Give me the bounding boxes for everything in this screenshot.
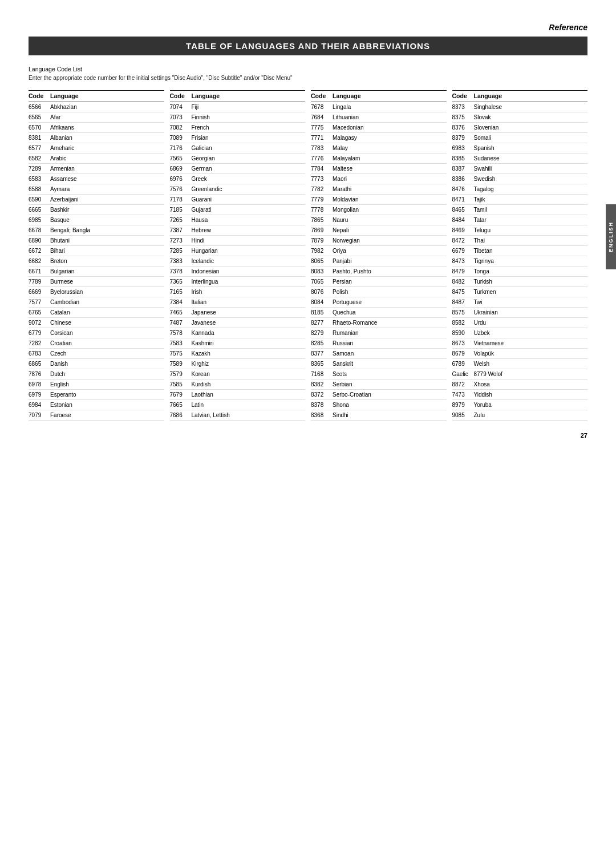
- lang-column-0: CodeLanguage6566Abkhazian6565Afar6570Afr…: [29, 90, 164, 421]
- table-row: Gaelic8779 Wolof: [452, 369, 588, 379]
- lang-cell: Hebrew: [192, 227, 306, 235]
- code-cell: 8377: [311, 350, 333, 358]
- table-row: 7487Javanese: [170, 318, 306, 328]
- code-cell: 6984: [29, 401, 50, 409]
- lang-cell: Marathi: [333, 185, 447, 193]
- table-row: 8378Shona: [311, 400, 447, 410]
- lang-cell: Serbian: [333, 381, 447, 389]
- table-row: 7565Georgian: [170, 154, 306, 164]
- table-row: 7082French: [170, 123, 306, 133]
- lang-cell: Chinese: [50, 319, 164, 327]
- table-row: 8475Turkmen: [452, 287, 588, 297]
- table-row: 7982Oriya: [311, 246, 447, 256]
- lang-cell: Bashkir: [50, 206, 164, 214]
- code-cell: 7473: [452, 391, 474, 399]
- lang-cell: Pashto, Pushto: [333, 268, 447, 276]
- lang-cell: Bulgarian: [50, 268, 164, 276]
- lang-cell: Somali: [474, 134, 588, 142]
- table-row: 6582Arabic: [29, 154, 164, 164]
- table-row: 7579Korean: [170, 369, 306, 379]
- table-row: 6978English: [29, 379, 164, 390]
- code-cell: 6983: [452, 144, 474, 152]
- lang-cell: Latin: [192, 401, 306, 409]
- lang-cell: Malay: [333, 144, 447, 152]
- code-cell: 8376: [452, 124, 474, 132]
- code-cell: 7185: [170, 206, 192, 214]
- lang-cell: Greek: [192, 175, 306, 183]
- code-cell: 7575: [170, 350, 192, 358]
- lang-column-2: CodeLanguage7678Lingala7684Lithuanian777…: [311, 90, 447, 421]
- lang-cell: Nauru: [333, 216, 447, 224]
- table-row: 8979Yoruba: [452, 400, 588, 410]
- table-row: 6583Assamese: [29, 174, 164, 184]
- table-row: 6984Estonian: [29, 400, 164, 410]
- table-row: 7065Persian: [311, 277, 447, 287]
- lang-cell: Catalan: [50, 309, 164, 317]
- table-row: 6869German: [170, 164, 306, 174]
- code-cell: 8471: [452, 196, 474, 204]
- code-cell: 6985: [29, 216, 50, 224]
- table-row: 7771Malagasy: [311, 133, 447, 143]
- table-row: 8590Uzbek: [452, 328, 588, 338]
- code-cell: 8482: [452, 278, 474, 286]
- code-cell: 8378: [311, 401, 333, 409]
- lang-cell: Galician: [192, 144, 306, 152]
- table-row: 7165Irish: [170, 287, 306, 297]
- code-cell: 7168: [311, 370, 333, 378]
- lang-cell: Vietnamese: [474, 340, 588, 348]
- lang-cell: Azerbaijani: [50, 196, 164, 204]
- lang-cell: Swedish: [474, 175, 588, 183]
- code-cell: 7783: [311, 144, 333, 152]
- code-cell: 8387: [452, 165, 474, 173]
- table-row: 6789Welsh: [452, 359, 588, 369]
- code-cell: 7771: [311, 134, 333, 142]
- code-cell: 7778: [311, 206, 333, 214]
- table-row: 8872Xhosa: [452, 379, 588, 390]
- code-cell: 6869: [170, 165, 192, 173]
- lang-cell: Danish: [50, 360, 164, 368]
- lang-cell: Mongolian: [333, 206, 447, 214]
- code-cell: 8472: [452, 237, 474, 245]
- language-table: CodeLanguage6566Abkhazian6565Afar6570Afr…: [29, 90, 587, 421]
- lang-cell: Rhaeto-Romance: [333, 319, 447, 327]
- code-cell: 8476: [452, 185, 474, 193]
- code-cell: 7684: [311, 114, 333, 122]
- table-row: 6577Ameharic: [29, 143, 164, 154]
- code-cell: 8679: [452, 350, 474, 358]
- table-row: 8386Swedish: [452, 174, 588, 184]
- code-cell: 7285: [170, 247, 192, 255]
- code-cell: 7082: [170, 124, 192, 132]
- table-row: 6669Byelorussian: [29, 287, 164, 297]
- code-cell: 7465: [170, 309, 192, 317]
- lang-cell: Burmese: [50, 278, 164, 286]
- table-row: 7265Hausa: [170, 215, 306, 225]
- code-cell: 6979: [29, 391, 50, 399]
- code-cell: 8373: [452, 103, 474, 111]
- lang-cell: Volapük: [474, 350, 588, 358]
- description: Enter the appropriate code number for th…: [29, 75, 587, 81]
- table-row: 8385Sudanese: [452, 154, 588, 164]
- code-cell: 7265: [170, 216, 192, 224]
- table-row: 7665Latin: [170, 400, 306, 410]
- lang-cell: Italian: [192, 298, 306, 306]
- lang-cell: Greenlandic: [192, 185, 306, 193]
- code-cell: 8872: [452, 381, 474, 389]
- lang-cell: Assamese: [50, 175, 164, 183]
- lang-cell: Hungarian: [192, 247, 306, 255]
- table-row: 7778Mongolian: [311, 205, 447, 215]
- lang-cell: Rumanian: [333, 329, 447, 337]
- code-cell: 7789: [29, 278, 50, 286]
- lang-cell: Gujarati: [192, 206, 306, 214]
- lang-cell: Abkhazian: [50, 103, 164, 111]
- table-row: 6570Afrikaans: [29, 123, 164, 133]
- lang-cell: Kurdish: [192, 381, 306, 389]
- table-row: 7079Faroese: [29, 410, 164, 421]
- lang-cell: Norwegian: [333, 237, 447, 245]
- table-row: 7773Maori: [311, 174, 447, 184]
- col-header-lang: Language: [333, 92, 447, 99]
- code-cell: 7273: [170, 237, 192, 245]
- lang-cell: Tonga: [474, 268, 588, 276]
- code-cell: 8487: [452, 298, 474, 306]
- lang-column-1: CodeLanguage7074Fiji7073Finnish7082Frenc…: [170, 90, 306, 421]
- lang-cell: Tagalog: [474, 185, 588, 193]
